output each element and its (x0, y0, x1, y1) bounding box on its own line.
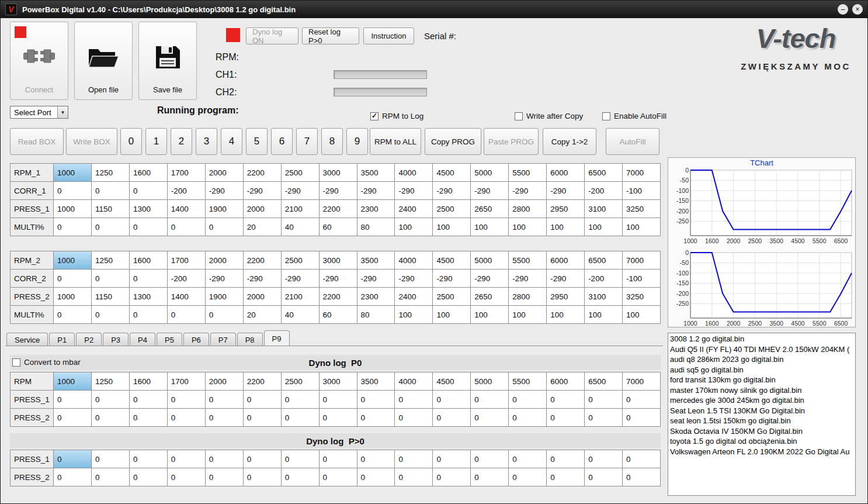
cell-press-2-0[interactable]: 0 (54, 409, 92, 427)
cell-corr-2-14[interactable]: -200 (585, 270, 623, 288)
cell-corr-2-7[interactable]: -290 (320, 270, 357, 288)
cell-corr-2-9[interactable]: -290 (395, 270, 433, 288)
cell-rpm-8[interactable]: 3500 (357, 372, 395, 391)
minimize-button[interactable]: – (838, 4, 848, 15)
rpm-to-all-button[interactable]: RPM to ALL (370, 128, 421, 155)
cell-corr-1-12[interactable]: -290 (509, 182, 547, 200)
digit-button-8[interactable]: 8 (321, 128, 343, 155)
cell-corr-1-15[interactable]: -100 (623, 182, 661, 200)
cell-multi-6[interactable]: 40 (282, 218, 320, 236)
file-item[interactable]: Seat Leon 1.5 TSI 130KM Go Digital.bin (668, 406, 855, 416)
cell-rpm-1-14[interactable]: 6500 (585, 164, 623, 182)
cell-press-1-1[interactable]: 1150 (92, 200, 130, 218)
rpm-to-log-box[interactable] (370, 112, 379, 120)
cell-press-2-0[interactable]: 1000 (54, 288, 92, 306)
cell-rpm-1-4[interactable]: 2000 (206, 164, 244, 182)
cell-press-1-3[interactable]: 1400 (168, 200, 206, 218)
cell-corr-1-1[interactable]: 0 (92, 182, 130, 200)
cell-multi-5[interactable]: 20 (244, 218, 282, 236)
cell-corr-2-13[interactable]: -290 (547, 270, 585, 288)
cell-rpm-2-11[interactable]: 5000 (471, 251, 509, 270)
digit-button-5[interactable]: 5 (246, 128, 268, 155)
cell-press-1-2[interactable]: 0 (130, 391, 168, 409)
cell-rpm-1-13[interactable]: 6000 (547, 164, 585, 182)
cell-press-2-13[interactable]: 0 (547, 409, 585, 427)
cell-press-1-12[interactable]: 2800 (509, 200, 547, 218)
cell-rpm-5[interactable]: 2200 (244, 372, 282, 391)
cell-press-1-7[interactable]: 2200 (320, 200, 357, 218)
cell-press-2-9[interactable]: 0 (395, 409, 433, 427)
digit-button-1[interactable]: 1 (145, 128, 167, 155)
cell-press-2-10[interactable]: 2500 (433, 288, 471, 306)
cell-rpm-1-10[interactable]: 4500 (433, 164, 471, 182)
cell-corr-1-4[interactable]: -290 (206, 182, 244, 200)
cell-press-2-8[interactable]: 0 (357, 468, 395, 486)
cell-press-2-6[interactable]: 2100 (282, 288, 320, 306)
cell-multi-6[interactable]: 40 (282, 306, 320, 324)
cell-corr-2-3[interactable]: -200 (168, 270, 206, 288)
tab-p6[interactable]: P6 (183, 333, 209, 346)
file-item[interactable]: seat leon 1.5tsi 150km go digital.bin (668, 416, 855, 426)
cell-rpm-1-15[interactable]: 7000 (623, 164, 661, 182)
cell-press-2-6[interactable]: 0 (282, 468, 320, 486)
cell-multi-11[interactable]: 100 (471, 306, 509, 324)
convert-to-mbar-box[interactable] (12, 358, 20, 367)
convert-to-mbar-checkbox[interactable]: Convert to mbar (12, 358, 81, 367)
cell-rpm-2-14[interactable]: 6500 (585, 251, 623, 270)
cell-press-2-12[interactable]: 0 (509, 409, 547, 427)
cell-press-2-13[interactable]: 0 (547, 468, 585, 486)
cell-rpm-4[interactable]: 2000 (206, 372, 244, 391)
cell-corr-1-11[interactable]: -290 (471, 182, 509, 200)
cell-multi-15[interactable]: 100 (623, 218, 661, 236)
cell-press-1-9[interactable]: 2400 (395, 200, 433, 218)
cell-press-1-0[interactable]: 0 (54, 391, 92, 409)
digit-button-9[interactable]: 9 (346, 128, 368, 155)
cell-press-1-8[interactable]: 2300 (357, 200, 395, 218)
cell-press-1-5[interactable]: 2000 (244, 200, 282, 218)
cell-press-1-10[interactable]: 0 (433, 391, 471, 409)
cell-rpm-11[interactable]: 5000 (471, 372, 509, 391)
cell-press-1-4[interactable]: 0 (206, 450, 244, 468)
cell-press-1-10[interactable]: 0 (433, 450, 471, 468)
cell-corr-2-12[interactable]: -290 (509, 270, 547, 288)
cell-rpm-2-8[interactable]: 3500 (357, 251, 395, 270)
cell-press-2-4[interactable]: 1900 (206, 288, 244, 306)
cell-press-1-1[interactable]: 0 (92, 391, 130, 409)
cell-press-2-1[interactable]: 1150 (92, 288, 130, 306)
cell-rpm-2-5[interactable]: 2200 (244, 251, 282, 270)
file-item[interactable]: toyota 1.5 go digital od obciążenia.bin (668, 436, 855, 447)
cell-press-2-3[interactable]: 0 (168, 468, 206, 486)
cell-multi-0[interactable]: 0 (54, 306, 92, 324)
tab-service[interactable]: Service (6, 333, 48, 346)
instruction-button[interactable]: Instruction (363, 27, 414, 44)
cell-corr-1-8[interactable]: -290 (357, 182, 395, 200)
cell-press-1-1[interactable]: 0 (92, 450, 130, 468)
cell-press-2-11[interactable]: 2650 (471, 288, 509, 306)
cell-rpm-15[interactable]: 7000 (623, 372, 661, 391)
cell-multi-3[interactable]: 0 (168, 306, 206, 324)
file-item[interactable]: Skoda Octavia IV 150KM Go Digital.bin (668, 426, 855, 437)
cell-press-2-10[interactable]: 0 (433, 468, 471, 486)
cell-corr-1-2[interactable]: 0 (130, 182, 168, 200)
chevron-down-icon[interactable] (57, 106, 68, 118)
cell-multi-1[interactable]: 0 (92, 306, 130, 324)
cell-multi-4[interactable]: 0 (206, 306, 244, 324)
reset-log-button[interactable]: Reset log P>0 (302, 27, 359, 44)
cell-press-2-14[interactable]: 0 (585, 409, 623, 427)
cell-press-2-7[interactable]: 0 (320, 468, 357, 486)
cell-multi-13[interactable]: 100 (547, 306, 585, 324)
digit-button-6[interactable]: 6 (271, 128, 293, 155)
cell-multi-12[interactable]: 100 (509, 218, 547, 236)
cell-press-2-5[interactable]: 0 (244, 468, 282, 486)
cell-multi-11[interactable]: 100 (471, 218, 509, 236)
cell-corr-2-0[interactable]: 0 (54, 270, 92, 288)
cell-rpm-6[interactable]: 2500 (282, 372, 320, 391)
cell-multi-7[interactable]: 60 (320, 218, 357, 236)
cell-multi-10[interactable]: 100 (433, 306, 471, 324)
enable-autofill-box[interactable] (602, 112, 610, 120)
cell-press-1-8[interactable]: 0 (357, 391, 395, 409)
cell-multi-8[interactable]: 80 (357, 306, 395, 324)
cell-rpm-1-2[interactable]: 1600 (130, 164, 168, 182)
cell-press-1-13[interactable]: 2950 (547, 200, 585, 218)
cell-press-1-0[interactable]: 1000 (54, 200, 92, 218)
